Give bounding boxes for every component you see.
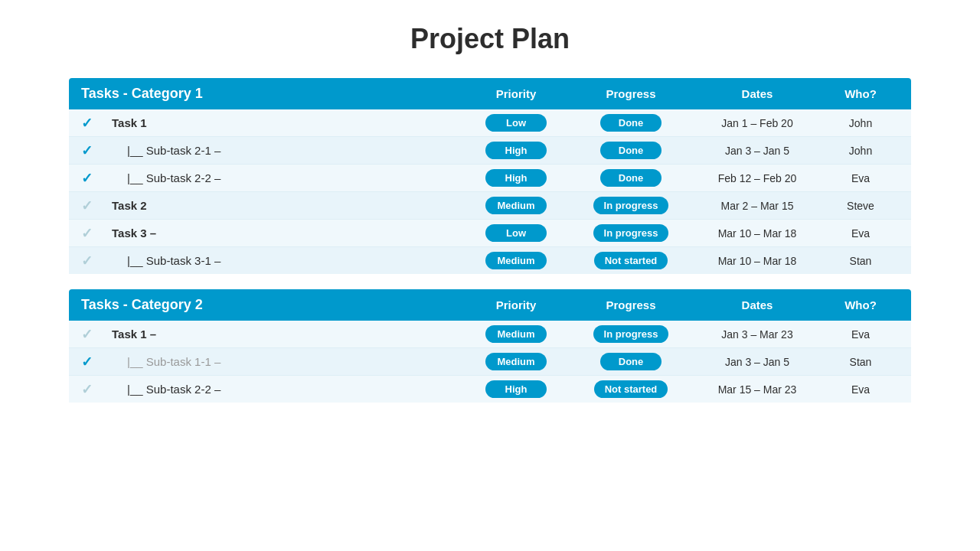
progress-badge: Done bbox=[600, 169, 662, 187]
who-cell: John bbox=[822, 145, 899, 157]
table-row: ✓Task 1 –MediumIn progressJan 3 – Mar 23… bbox=[69, 321, 911, 348]
progress-badge: Not started bbox=[594, 380, 668, 398]
progress-badge: In progress bbox=[593, 224, 669, 242]
task-name: |__ Sub-task 3-1 – bbox=[112, 254, 462, 267]
check-icon: ✓ bbox=[81, 170, 112, 187]
category1-title: Tasks - Category 1 bbox=[81, 86, 462, 102]
priority-badge: High bbox=[485, 142, 547, 159]
task-name: Task 1 – bbox=[112, 328, 462, 341]
dates-cell: Jan 3 – Jan 5 bbox=[692, 145, 822, 157]
dates-cell: Mar 10 – Mar 18 bbox=[692, 227, 822, 240]
who-cell: Eva bbox=[822, 383, 899, 396]
task-name: Task 1 bbox=[112, 116, 462, 129]
category1-col-who: Who? bbox=[822, 87, 899, 100]
category1-col-priority: Priority bbox=[462, 87, 570, 100]
check-icon: ✓ bbox=[81, 115, 112, 132]
who-cell: Eva bbox=[822, 227, 899, 240]
priority-badge: Medium bbox=[485, 252, 547, 269]
who-cell: Stan bbox=[822, 356, 899, 368]
category2-title: Tasks - Category 2 bbox=[81, 297, 462, 313]
priority-badge: Medium bbox=[485, 325, 547, 343]
who-cell: Eva bbox=[822, 328, 899, 341]
category2-header: Tasks - Category 2 Priority Progress Dat… bbox=[69, 289, 911, 321]
table-row: ✓Task 3 –LowIn progressMar 10 – Mar 18Ev… bbox=[69, 220, 911, 247]
table-row: ✓|__ Sub-task 3-1 –MediumNot startedMar … bbox=[69, 247, 911, 274]
category1-table: Tasks - Category 1 Priority Progress Dat… bbox=[69, 78, 911, 274]
check-icon: ✓ bbox=[81, 142, 112, 159]
check-icon: ✓ bbox=[81, 354, 112, 370]
priority-badge: Medium bbox=[485, 197, 547, 214]
task-name: |__ Sub-task 2-2 – bbox=[112, 171, 462, 184]
dates-cell: Mar 2 – Mar 15 bbox=[692, 200, 822, 212]
category2-col-progress: Progress bbox=[570, 298, 692, 311]
check-icon: ✓ bbox=[81, 326, 112, 343]
category1-header: Tasks - Category 1 Priority Progress Dat… bbox=[69, 78, 911, 109]
check-icon: ✓ bbox=[81, 381, 112, 398]
who-cell: Eva bbox=[822, 172, 899, 184]
dates-cell: Jan 1 – Feb 20 bbox=[692, 117, 822, 129]
table-row: ✓Task 1LowDoneJan 1 – Feb 20John bbox=[69, 109, 911, 137]
who-cell: John bbox=[822, 117, 899, 129]
table-row: ✓Task 2MediumIn progressMar 2 – Mar 15St… bbox=[69, 192, 911, 220]
task-name: Task 2 bbox=[112, 199, 462, 212]
task-name: |__ Sub-task 2-1 – bbox=[112, 144, 462, 157]
table-row: ✓|__ Sub-task 2-2 –HighNot startedMar 15… bbox=[69, 376, 911, 403]
progress-badge: Done bbox=[600, 114, 662, 132]
page-title: Project Plan bbox=[410, 23, 570, 55]
progress-badge: In progress bbox=[593, 325, 669, 343]
progress-badge: Done bbox=[600, 353, 662, 370]
check-icon: ✓ bbox=[81, 197, 112, 214]
priority-badge: Low bbox=[485, 224, 547, 242]
task-name: |__ Sub-task 1-1 – bbox=[112, 355, 462, 368]
dates-cell: Feb 12 – Feb 20 bbox=[692, 172, 822, 184]
priority-badge: Low bbox=[485, 114, 547, 132]
progress-badge: In progress bbox=[593, 197, 669, 214]
priority-badge: High bbox=[485, 169, 547, 187]
category1-col-progress: Progress bbox=[570, 87, 692, 100]
who-cell: Steve bbox=[822, 200, 899, 212]
priority-badge: High bbox=[485, 380, 547, 398]
category2-table: Tasks - Category 2 Priority Progress Dat… bbox=[69, 289, 911, 403]
dates-cell: Mar 15 – Mar 23 bbox=[692, 383, 822, 396]
check-icon: ✓ bbox=[81, 225, 112, 242]
table-row: ✓|__ Sub-task 2-1 –HighDoneJan 3 – Jan 5… bbox=[69, 137, 911, 165]
check-icon: ✓ bbox=[81, 253, 112, 269]
category2-col-who: Who? bbox=[822, 298, 899, 311]
category2-col-dates: Dates bbox=[692, 298, 822, 311]
progress-badge: Done bbox=[600, 142, 662, 159]
table-row: ✓|__ Sub-task 2-2 –HighDoneFeb 12 – Feb … bbox=[69, 165, 911, 192]
priority-badge: Medium bbox=[485, 353, 547, 370]
task-name: |__ Sub-task 2-2 – bbox=[112, 383, 462, 396]
dates-cell: Jan 3 – Mar 23 bbox=[692, 328, 822, 341]
who-cell: Stan bbox=[822, 255, 899, 267]
category1-col-dates: Dates bbox=[692, 87, 822, 100]
task-name: Task 3 – bbox=[112, 227, 462, 240]
dates-cell: Mar 10 – Mar 18 bbox=[692, 255, 822, 267]
dates-cell: Jan 3 – Jan 5 bbox=[692, 356, 822, 368]
category2-body: ✓Task 1 –MediumIn progressJan 3 – Mar 23… bbox=[69, 321, 911, 403]
table-row: ✓|__ Sub-task 1-1 –MediumDoneJan 3 – Jan… bbox=[69, 348, 911, 376]
category1-body: ✓Task 1LowDoneJan 1 – Feb 20John✓|__ Sub… bbox=[69, 109, 911, 274]
progress-badge: Not started bbox=[594, 252, 668, 269]
category2-col-priority: Priority bbox=[462, 298, 570, 311]
